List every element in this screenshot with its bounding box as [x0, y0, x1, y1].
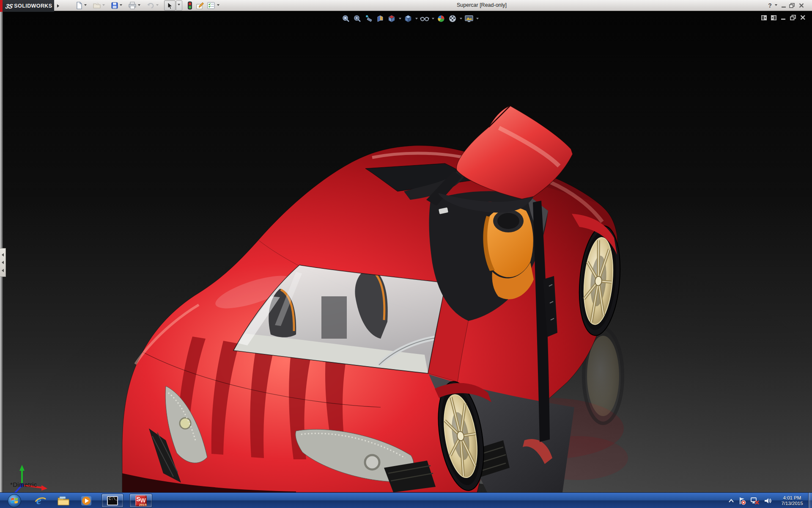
start-button[interactable]: [3, 494, 25, 508]
section-view-button[interactable]: [375, 14, 385, 24]
apply-scene-button[interactable]: [447, 14, 458, 24]
restore-icon: [789, 3, 795, 8]
view-orientation-label: *Dimetric: [10, 481, 37, 488]
section-view-icon: [376, 14, 384, 23]
view-orientation-icon: [387, 14, 396, 23]
hide-show-items-button[interactable]: [420, 14, 430, 24]
save-floppy-icon: [111, 2, 118, 9]
view-settings-monitor-icon: [464, 14, 474, 23]
windows-taskbar: e C:\_ SW 2015: [0, 492, 812, 508]
checklist-dropdown[interactable]: [217, 4, 220, 8]
comment-button[interactable]: [195, 1, 205, 10]
hide-show-items-dropdown[interactable]: [431, 14, 435, 24]
solidworks-2015-icon: SW 2015: [135, 495, 147, 506]
view-settings-dropdown[interactable]: [475, 14, 479, 24]
menu-expand-arrow[interactable]: [55, 2, 61, 10]
save-dropdown[interactable]: [120, 4, 123, 8]
solidworks-window: 3S SOLIDWORKS: [0, 0, 812, 508]
close-button[interactable]: [798, 2, 805, 9]
zoom-to-fit-icon: [342, 14, 350, 23]
folder-icon: [57, 495, 70, 507]
open-button[interactable]: [92, 1, 102, 10]
save-button[interactable]: [110, 1, 119, 10]
traffic-light-icon: [187, 1, 192, 10]
restore-button[interactable]: [788, 2, 796, 9]
taskbar-media-player[interactable]: [76, 494, 96, 508]
zoom-to-area-icon: [353, 14, 362, 23]
doc-restore-button[interactable]: [790, 14, 796, 21]
windows-start-orb: [7, 494, 22, 508]
taskbar-command-prompt[interactable]: C:\_: [102, 494, 123, 508]
previous-view-icon: [365, 14, 373, 23]
previous-view-button[interactable]: [364, 14, 374, 24]
clock-date: 7/13/2015: [776, 501, 809, 506]
view-orientation-button[interactable]: [387, 14, 397, 24]
pane-left-icon: [761, 15, 767, 21]
taskbar-file-explorer[interactable]: [53, 494, 74, 508]
volume-icon[interactable]: [763, 497, 772, 505]
minimize-button[interactable]: [780, 2, 787, 9]
traffic-light-button[interactable]: [185, 1, 195, 10]
heads-up-view-toolbar: [341, 13, 479, 24]
doc-minimize-button[interactable]: [780, 14, 787, 21]
new-dropdown[interactable]: [84, 4, 88, 8]
display-style-icon: [404, 14, 412, 23]
scene-sphere-icon: [448, 14, 457, 23]
minimize-icon: [781, 3, 786, 8]
command-prompt-icon: C:\_: [107, 496, 118, 505]
show-desktop-button[interactable]: [808, 493, 812, 508]
eyeglasses-icon: [420, 14, 429, 23]
doc-restore-icon: [790, 15, 796, 20]
taskbar-internet-explorer[interactable]: e: [30, 494, 51, 508]
appearance-sphere-icon: [437, 14, 445, 23]
close-icon: [799, 3, 804, 8]
display-style-button[interactable]: [403, 14, 413, 24]
display-style-dropdown[interactable]: [414, 14, 418, 24]
view-orientation-dropdown[interactable]: [398, 14, 402, 24]
pane-left-toggle-button[interactable]: [760, 14, 767, 21]
open-folder-icon: [93, 2, 101, 9]
action-center-flag-icon[interactable]: [738, 497, 746, 505]
taskbar-clock[interactable]: 4:01 PM 7/13/2015: [776, 495, 809, 506]
right-headlamp: [365, 455, 379, 469]
show-hidden-icons-button[interactable]: [728, 499, 734, 503]
options-checklist-button[interactable]: [206, 1, 216, 10]
taskbar-solidworks-2015[interactable]: SW 2015: [129, 494, 152, 508]
new-document-icon: [75, 2, 83, 9]
select-tool-button[interactable]: [164, 0, 176, 11]
network-disconnected-icon[interactable]: [750, 497, 760, 505]
supercar-3d-model[interactable]: [0, 11, 812, 492]
internet-explorer-icon: e: [34, 494, 47, 507]
pane-right-toggle-button[interactable]: [770, 14, 777, 21]
clock-time: 4:01 PM: [776, 495, 809, 501]
select-dropdown[interactable]: [176, 0, 182, 11]
checklist-icon: [207, 2, 215, 9]
zoom-to-fit-button[interactable]: [341, 14, 351, 24]
edit-appearance-button[interactable]: [436, 14, 446, 24]
new-document-button[interactable]: [74, 1, 84, 10]
solidworks-logo-mark: 3S: [5, 3, 13, 10]
undo-dropdown: [156, 4, 159, 8]
graphics-area[interactable]: *Dimetric: [0, 11, 812, 492]
solidworks-logo: 3S SOLIDWORKS: [3, 0, 54, 12]
select-cursor-icon: [167, 2, 173, 9]
doc-close-button[interactable]: [799, 14, 806, 21]
open-dropdown: [102, 4, 106, 8]
collapsed-panel-tab[interactable]: [0, 248, 6, 277]
undo-arrow-icon: [146, 2, 155, 9]
window-title: Supercar [Read-only]: [457, 2, 507, 8]
apply-scene-dropdown[interactable]: [459, 14, 463, 24]
system-tray: 4:01 PM 7/13/2015: [728, 493, 809, 508]
zoom-to-area-button[interactable]: [352, 14, 362, 24]
printer-icon: [128, 2, 137, 9]
help-dropdown[interactable]: [775, 4, 778, 8]
print-dropdown[interactable]: [138, 4, 141, 8]
view-settings-button[interactable]: [464, 14, 474, 24]
print-button[interactable]: [128, 1, 137, 10]
pane-right-icon: [771, 15, 777, 21]
doc-minimize-icon: [781, 15, 786, 20]
title-bar: 3S SOLIDWORKS: [0, 0, 812, 11]
document-window-controls: [760, 14, 806, 21]
undo-button: [146, 1, 155, 10]
help-button[interactable]: ?: [766, 2, 774, 9]
